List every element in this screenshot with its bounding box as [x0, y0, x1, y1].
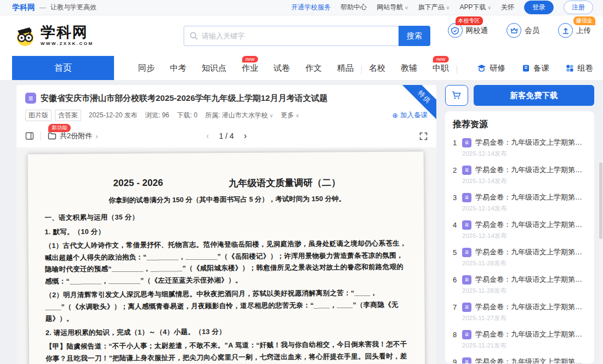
nav-item[interactable]: 教辅	[401, 63, 417, 73]
chevron-down-icon: ∨	[270, 113, 274, 118]
recommended-item[interactable]: 4 ≣ 学易金卷：九年级语文上学期第三… 2025-12-14发布	[453, 220, 587, 240]
doc-type-icon: ≣	[462, 357, 471, 364]
scanned-exam-page: 2025 - 2026 九年级语文质量调研（二） 你拿到的试卷满分为 150 分…	[28, 151, 425, 364]
item-rank: 9	[453, 358, 458, 364]
nav-item[interactable]: 知识点	[202, 63, 226, 73]
document-viewer[interactable]: 2025 - 2026 九年级语文质量调研（二） 你拿到的试卷满分为 150 分…	[16, 147, 436, 364]
item-date: 2025-11-27发布	[462, 314, 587, 322]
cart-button[interactable]	[445, 85, 468, 106]
chevron-down-icon: ∨	[295, 113, 299, 118]
nav-item[interactable]: 中考	[170, 63, 186, 73]
doc-type-icon: ≣	[462, 220, 471, 230]
item-rank: 5	[453, 248, 458, 257]
item-date: 2025-12-14发布	[462, 204, 587, 213]
doc-type-icon: ≣	[462, 166, 471, 175]
item-rank: 1	[453, 139, 458, 147]
recommended-item[interactable]: 5 ≣ 学易金卷：九年级语文上学期第三… 2025-11-28发布	[453, 247, 587, 268]
scrollbar-thumb[interactable]	[599, 162, 602, 239]
school-net-entry[interactable]: 本校专区 网校通	[448, 23, 488, 38]
upload-entry[interactable]: 赚现金 上传	[558, 23, 591, 38]
doc-type-icon: ≣	[462, 138, 471, 147]
attachments-button[interactable]: 共2份附件 ›	[48, 131, 98, 141]
search-bar: 搜索	[184, 26, 430, 46]
item-date: 2025-12-14发布	[462, 150, 587, 158]
meta-row: 图片版 含答案 2025-12-20 发布 浏览: 96 下载: 0 所属: 潜…	[25, 110, 428, 121]
topbar-dash: —	[39, 4, 46, 12]
add-to-prep-button[interactable]: ⊕ 加入备课	[392, 111, 428, 120]
search-button[interactable]: 搜索	[399, 26, 430, 46]
exam-text-line: （2）明月清辉常引发文人深沉思考与细腻情思。中秋夜把酒问月，苏轼以美好祝愿消解离…	[45, 287, 410, 325]
new-badge: new	[242, 56, 258, 62]
exam-title: 九年级语文质量调研（二）	[229, 177, 340, 190]
topbar-link[interactable]: 开通学校服务	[291, 3, 331, 12]
topbar-logo[interactable]: 学科网	[12, 3, 35, 13]
nav-item-home[interactable]: 首页	[12, 56, 114, 80]
more-dropdown[interactable]: 更多 ∨	[281, 111, 299, 120]
item-date: 2025-11-21发布	[462, 342, 587, 350]
site-header: 学科网 WWW.ZXXK.COM 搜索 本校专区 网校通 会员	[0, 15, 603, 56]
nav-item[interactable]: 中职 new	[433, 63, 449, 73]
recommended-item[interactable]: 9 ≣ 学易金卷：九年级语文上学期第三…	[453, 357, 587, 363]
free-download-button[interactable]: 新客免费下载	[474, 85, 594, 106]
tag-has-answers: 含答案	[55, 110, 81, 121]
main-area: 特供 ≣ 安徽省安庆市潜山市部分校联考2025-2026学年九年级上学期12月月…	[0, 81, 603, 364]
nav-tool-zujuan[interactable]: 组卷	[566, 63, 593, 73]
school-owner[interactable]: 所属: 潜山市大水学校 ∨	[205, 111, 273, 120]
recommended-item[interactable]: 8 ≣ 学易金卷：九年级语文上学期第三… 2025-11-21发布	[453, 329, 587, 350]
earn-cash-badge: 赚现金	[573, 16, 595, 25]
nav-tool-yanxiu[interactable]: 研修	[477, 63, 505, 73]
doc-type-icon: ≣	[462, 330, 471, 339]
plus-circle-icon: ⊕	[392, 111, 398, 120]
login-button[interactable]: 登录	[524, 1, 554, 14]
doc-type-icon: ≣	[462, 248, 471, 257]
exam-text-line: 1. 默写。（10 分）	[44, 224, 409, 238]
item-rank: 8	[453, 331, 458, 339]
topbar-link[interactable]: 关怀	[501, 3, 514, 12]
folder-icon	[48, 132, 56, 140]
document-card: 特供 ≣ 安徽省安庆市潜山市部分校联考2025-2026学年九年级上学期12月月…	[16, 85, 436, 364]
nav-item[interactable]: 同步	[138, 63, 155, 73]
page-scrollbar[interactable]	[599, 161, 603, 364]
nav-item[interactable]: 试卷	[274, 63, 290, 73]
register-button[interactable]: 注册	[564, 1, 593, 14]
item-title: 学易金卷：九年级语文上学期第三…	[475, 247, 587, 257]
main-nav: 首页 同步 中考 知识点 作业 new 试卷	[0, 56, 603, 81]
chevron-down-icon: ∨	[446, 5, 450, 10]
membership-entry[interactable]: 会员	[507, 23, 539, 38]
nav-item[interactable]: 作文	[305, 63, 322, 73]
prev-page-button[interactable]: ‹	[206, 131, 209, 141]
topbar-links: 开通学校服务 帮助中心 网站导航 ∨ 旗下产品 ∨ APP下载 ∨	[291, 1, 593, 14]
panel-toggle-icon[interactable]	[25, 132, 34, 140]
recommended-item[interactable]: 6 ≣ 学易金卷：九年级语文上学期第三… 2025-11-28发布	[453, 275, 587, 295]
site-logo[interactable]: 学科网 WWW.ZXXK.COM	[13, 24, 94, 48]
fullscreen-icon[interactable]	[419, 132, 428, 140]
school-net-icon	[448, 23, 463, 38]
search-input[interactable]	[202, 32, 393, 40]
topbar-link[interactable]: APP下载 ∨	[459, 3, 491, 12]
doc-type-icon: ≣	[462, 193, 471, 202]
recommended-item[interactable]: 7 ≣ 学易金卷：九年级语文上学期第三… 2025-11-27发布	[453, 302, 587, 322]
item-date: 2025-12-14发布	[462, 177, 587, 185]
nav-item[interactable]: 作业 new	[242, 63, 258, 73]
page-indicator: 1 / 4	[219, 132, 234, 140]
recommended-item[interactable]: 3 ≣ 学易金卷：九年级语文上学期第三… 2025-12-14发布	[453, 192, 587, 213]
puzzle-icon	[566, 64, 574, 72]
recommended-item[interactable]: 2 ≣ 学易金卷：九年级语文上学期第三… 2025-12-14发布	[453, 165, 587, 185]
next-page-button[interactable]: ›	[244, 131, 247, 141]
topbar-link[interactable]: 网站导航 ∨	[377, 3, 408, 12]
tag-image-version: 图片版	[25, 110, 52, 121]
doc-type-icon: ≣	[25, 93, 36, 104]
item-title: 学易金卷：九年级语文上学期第三…	[475, 329, 587, 339]
nav-item[interactable]: 名校	[369, 63, 385, 73]
top-utility-bar: 学科网 — 让教与学更高效 开通学校服务 帮助中心 网站导航 ∨ 旗下产品 ∨	[0, 0, 603, 15]
owl-logo-icon	[13, 24, 37, 48]
topbar-link[interactable]: 帮助中心	[340, 3, 367, 12]
item-date: 2025-11-28发布	[462, 259, 587, 268]
logo-domain: WWW.ZXXK.COM	[41, 42, 94, 46]
topbar-link[interactable]: 旗下产品 ∨	[418, 3, 450, 12]
nav-tool-beike[interactable]: 备课	[522, 63, 549, 73]
nav-item[interactable]: 精品	[337, 63, 354, 73]
exam-year: 2025 - 2026	[113, 178, 163, 191]
item-rank: 6	[453, 276, 458, 284]
recommended-item[interactable]: 1 ≣ 学易金卷：九年级语文上学期第三… 2025-12-14发布	[453, 138, 587, 158]
